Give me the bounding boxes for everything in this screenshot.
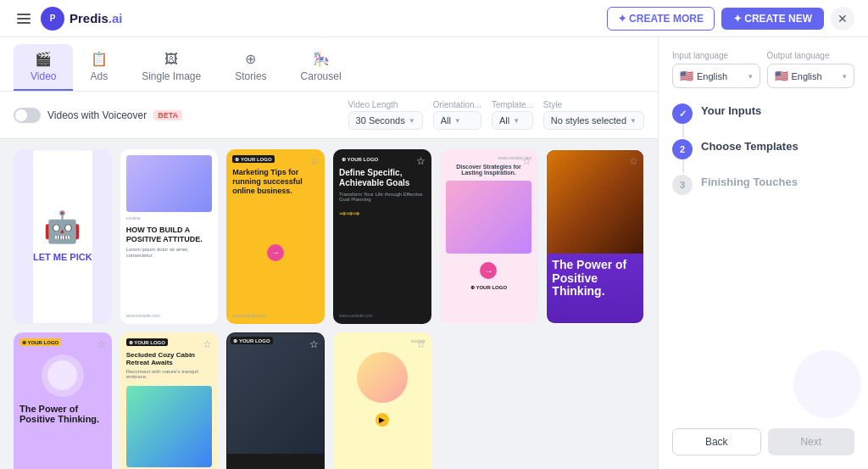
card-image — [126, 386, 213, 467]
card-title: Marketing Tips for running successful on… — [232, 168, 319, 195]
logo-area: P Predis.ai — [41, 7, 123, 31]
logo-badge: ⊕ YOUR LOGO — [231, 337, 272, 344]
orientation-select[interactable]: All ▼ — [433, 111, 481, 130]
step-1-label: Your Inputs — [701, 104, 761, 117]
chevron-down-icon: ▼ — [513, 117, 520, 125]
tabs-bar: 🎬 Video 📋 Ads 🖼 Single Image ⊕ Stories 🎠 — [0, 37, 658, 92]
step-1-num: ✓ — [672, 103, 693, 124]
template-select[interactable]: All ▼ — [492, 111, 533, 130]
output-lang-label: Output language — [767, 51, 855, 60]
bookmark-icon[interactable]: ☆ — [309, 155, 319, 167]
step-3-label: Finishing Touches — [701, 176, 798, 188]
create-new-button[interactable]: ✦ CREATE NEW — [721, 8, 824, 30]
template-filter: Template... All ▼ — [492, 100, 533, 130]
stories-icon: ⊕ — [245, 51, 256, 67]
close-button[interactable]: ✕ — [831, 7, 854, 31]
template-card-goals[interactable]: ☆ ⊕ YOUR LOGO Define Specific, Achievabl… — [333, 149, 431, 324]
tab-carousel[interactable]: 🎠 Carousel — [284, 44, 359, 91]
output-lang-select[interactable]: 🇺🇸 English ▾ — [767, 64, 855, 88]
style-select[interactable]: No styles selected ▼ — [543, 111, 644, 130]
chevron-down-icon: ▼ — [454, 117, 461, 125]
card-header-image — [126, 155, 213, 212]
card-body: Lorem ipsum dolor sit amet, consectetur. — [126, 247, 213, 260]
bookmark-icon[interactable]: ☆ — [416, 155, 426, 167]
template-card-yellow-circle[interactable]: ☆ coolsite ▶ — [333, 332, 431, 469]
card-title: HOW TO BUILD A POSITIVE ATTITUDE. — [126, 226, 213, 244]
step-choose-templates: 2 Choose Templates — [672, 137, 854, 159]
top-bar-right: ✦ CREATE MORE ✦ CREATE NEW ✕ — [607, 7, 854, 31]
let-me-pick-text: LET ME PICK — [33, 252, 92, 263]
step-3-num: 3 — [672, 175, 693, 195]
bookmark-icon[interactable]: ☆ — [97, 338, 106, 350]
video-length-filter: Video Length 30 Seconds ▼ — [348, 100, 423, 130]
image-icon: 🖼 — [164, 52, 178, 67]
card-url: www.coolsite.com — [339, 313, 426, 318]
step-2-num: 2 — [672, 139, 693, 159]
bookmark-icon[interactable]: ☆ — [629, 155, 638, 167]
decorative-blob — [793, 350, 861, 418]
output-lang-value: English — [792, 71, 822, 81]
output-language-group: Output language 🇺🇸 English ▾ — [767, 51, 855, 88]
let-me-pick-card[interactable]: 🤖 LET ME PICK — [14, 149, 112, 324]
step-2-label: Choose Templates — [701, 140, 798, 153]
hamburger-menu[interactable] — [14, 10, 34, 27]
tab-video[interactable]: 🎬 Video — [14, 44, 73, 91]
filters-bar: Videos with Voiceover BETA Video Length … — [0, 92, 658, 139]
voiceover-label: Videos with Voiceover — [47, 109, 147, 121]
input-lang-value: English — [697, 71, 727, 81]
bookmark-icon[interactable]: ☆ — [309, 338, 319, 350]
template-grid: 🤖 LET ME PICK ☆ coolsite — [14, 149, 644, 469]
logo-icon: P — [41, 7, 64, 31]
chevron-down-icon: ▼ — [409, 117, 415, 125]
card-title: Secluded Cozy Cabin Retreat Awaits — [126, 351, 213, 367]
card-image — [227, 333, 324, 455]
video-icon: 🎬 — [35, 51, 52, 67]
chevron-down-icon: ▾ — [748, 72, 753, 81]
sidebar-actions: Back Next — [672, 415, 854, 455]
template-card-nature[interactable]: ☆ The Power of Positive Thinking. — [546, 149, 644, 324]
bookmark-icon[interactable]: ☆ — [416, 338, 426, 350]
orientation-filter: Orientation... All ▼ — [433, 100, 481, 130]
template-card-discover[interactable]: ☆ www.coolsite.com Discover Strategies f… — [440, 149, 538, 324]
template-card-marketing[interactable]: ☆ ⊕ YOUR LOGO Marketing Tips for running… — [226, 149, 325, 324]
bookmark-icon[interactable]: ☆ — [522, 155, 531, 167]
template-grid-wrapper: 🤖 LET ME PICK ☆ coolsite — [0, 139, 658, 469]
card-title: The Power of Positive Thinking. — [552, 259, 638, 298]
card-image — [446, 181, 532, 254]
next-button[interactable]: Next — [768, 428, 855, 455]
chevron-down-icon: ▼ — [630, 117, 637, 125]
input-language-group: Input language 🇺🇸 English ▾ — [672, 51, 760, 88]
logo-text: Predis.ai — [70, 11, 123, 25]
arrow-circle: → — [480, 262, 497, 279]
template-card-cabin[interactable]: ☆ ⊕ YOUR LOGO Secluded Cozy Cabin Retrea… — [120, 332, 219, 469]
arrow-circle: → — [267, 244, 284, 261]
input-lang-select[interactable]: 🇺🇸 English ▾ — [672, 64, 760, 88]
bookmark-icon[interactable]: ☆ — [203, 338, 212, 350]
template-card-attitude[interactable]: ☆ coolsite HOW TO BUILD A POSITIVE ATTIT… — [120, 149, 219, 324]
card-title: Define Specific, Achievable Goals — [339, 168, 426, 188]
tab-stories[interactable]: ⊕ Stories — [218, 44, 283, 91]
play-icon: ▶ — [376, 413, 389, 427]
card-url: www.bestsite.com — [126, 313, 213, 318]
video-length-select[interactable]: 30 Seconds ▼ — [348, 111, 423, 130]
card-title: Discover Strategies for Lasting Inspirat… — [446, 164, 532, 176]
template-card-couple[interactable]: ☆ ▶ ⊕ YOUR LOGO — [226, 332, 325, 469]
logo-badge: ⊕ YOUR LOGO — [232, 155, 274, 163]
back-button[interactable]: Back — [672, 428, 761, 455]
style-filter: Style No styles selected ▼ — [543, 100, 644, 130]
create-more-button[interactable]: ✦ CREATE MORE — [607, 7, 715, 31]
voiceover-toggle-row: Videos with Voiceover BETA — [14, 108, 338, 123]
tab-single-image[interactable]: 🖼 Single Image — [125, 45, 218, 91]
tab-ads[interactable]: 📋 Ads — [73, 44, 125, 91]
steps: ✓ Your Inputs 2 Choose Templates 3 Finis… — [672, 102, 854, 195]
flag-icon: 🇺🇸 — [680, 70, 693, 82]
logo-badge: ⊕ YOUR LOGO — [339, 155, 381, 163]
step-finishing-touches: 3 Finishing Touches — [672, 173, 854, 195]
template-card-purple[interactable]: ☆ ⊕ YOUR LOGO The Power of Positive Thin… — [14, 332, 112, 469]
card-url: www.coolsite.com — [232, 313, 319, 318]
input-lang-label: Input language — [672, 51, 760, 60]
top-bar-left: P Predis.ai — [14, 7, 123, 31]
bookmark-icon[interactable]: ☆ — [203, 155, 212, 167]
voiceover-toggle[interactable] — [14, 108, 41, 123]
card-image — [357, 352, 408, 403]
